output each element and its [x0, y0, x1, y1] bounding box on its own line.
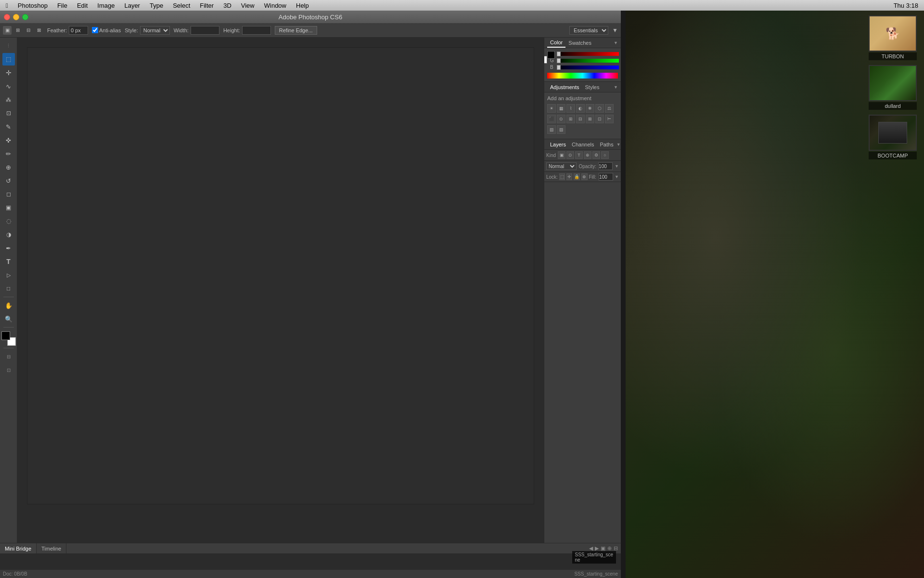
invert-adj[interactable]: ⊠: [586, 115, 594, 123]
spot-heal-tool[interactable]: ✜: [2, 134, 15, 146]
marquee-tool[interactable]: ⬚: [2, 53, 15, 66]
fg-color-swatch[interactable]: [547, 51, 555, 59]
path-selection-tool[interactable]: ▷: [2, 269, 15, 281]
lock-move-btn[interactable]: ✛: [566, 173, 572, 180]
lock-pixels-btn[interactable]: ⬚: [559, 173, 565, 180]
menu-image[interactable]: Image: [95, 2, 116, 9]
filter-btn-5[interactable]: ⚙: [592, 151, 600, 159]
color-panel-collapse[interactable]: ▼: [614, 40, 618, 45]
photo-filter-adj[interactable]: ⊙: [557, 115, 565, 123]
red-slider[interactable]: [557, 52, 619, 56]
channels-tab[interactable]: Channels: [569, 139, 597, 149]
tool-nav-top[interactable]: ⋮: [2, 39, 15, 52]
blur-tool[interactable]: ◌: [2, 215, 15, 227]
apple-menu[interactable]: : [4, 2, 10, 9]
clone-stamp-tool[interactable]: ⊕: [2, 161, 15, 173]
bottom-ctrl-3[interactable]: ▣: [601, 545, 605, 552]
pen-tool[interactable]: ✒: [2, 242, 15, 254]
fill-dropdown[interactable]: ▼: [615, 174, 619, 179]
add-selection-btn[interactable]: ⊞: [13, 26, 22, 35]
dodge-tool[interactable]: ◑: [2, 228, 15, 241]
hsl-adj[interactable]: ⬡: [595, 104, 604, 113]
anti-alias-label[interactable]: Anti-alias: [92, 27, 121, 33]
eyedropper-tool[interactable]: ✎: [2, 120, 15, 133]
subtract-selection-btn[interactable]: ⊟: [24, 26, 33, 35]
hand-tool[interactable]: ✋: [2, 299, 15, 312]
height-input[interactable]: [242, 26, 271, 35]
menu-edit[interactable]: Edit: [75, 2, 90, 9]
style-select[interactable]: Normal: [140, 26, 170, 35]
bottom-ctrl-5[interactable]: ⊟: [614, 545, 618, 552]
quick-mask-btn[interactable]: ⊟: [2, 350, 15, 363]
move-tool[interactable]: ✛: [2, 66, 15, 79]
vibrance-adj[interactable]: ❋: [586, 104, 594, 113]
brush-tool[interactable]: ✏: [2, 147, 15, 160]
green-slider[interactable]: [557, 59, 619, 63]
menu-type[interactable]: Type: [148, 2, 165, 9]
opacity-dropdown[interactable]: ▼: [615, 164, 619, 169]
maximize-button[interactable]: [22, 14, 28, 20]
blue-slider[interactable]: [557, 66, 619, 69]
paths-tab[interactable]: Paths: [597, 139, 616, 149]
posterize-adj[interactable]: ⊡: [595, 115, 604, 123]
thumb-dullard[interactable]: dullard: [869, 65, 917, 110]
screen-mode-btn[interactable]: ⊡: [2, 364, 15, 376]
bg-color-swatch[interactable]: [544, 56, 547, 64]
filter-btn-4[interactable]: ⊕: [584, 151, 591, 159]
adj-panel-collapse[interactable]: ▼: [614, 85, 618, 90]
color-tab[interactable]: Color: [547, 38, 565, 48]
layers-collapse[interactable]: ▼: [616, 142, 621, 147]
selective-color-adj[interactable]: ▨: [557, 125, 565, 134]
menu-file[interactable]: File: [55, 2, 69, 9]
menu-help[interactable]: Help: [294, 2, 311, 9]
menu-select[interactable]: Select: [171, 2, 192, 9]
zoom-tool[interactable]: 🔍: [2, 313, 15, 325]
styles-tab[interactable]: Styles: [582, 84, 603, 90]
foreground-color[interactable]: [1, 331, 10, 340]
lock-artboard-btn[interactable]: ⊕: [581, 173, 587, 180]
menu-window[interactable]: Window: [262, 2, 288, 9]
essentials-select[interactable]: Essentials: [569, 26, 608, 35]
filter-btn-2[interactable]: ⊙: [566, 151, 574, 159]
menu-3d[interactable]: 3D: [221, 2, 233, 9]
color-wells[interactable]: [1, 331, 16, 346]
curves-adj[interactable]: ⌇: [566, 104, 575, 113]
text-tool[interactable]: T: [2, 255, 15, 268]
layers-list[interactable]: [544, 182, 621, 543]
lasso-tool[interactable]: ∿: [2, 80, 15, 92]
canvas-area[interactable]: [17, 38, 544, 543]
adjustments-tab[interactable]: Adjustments: [547, 84, 582, 90]
minimize-button[interactable]: [13, 14, 19, 20]
mini-bridge-tab[interactable]: Mini Bridge: [0, 543, 37, 553]
levels-adj[interactable]: ▦: [557, 104, 565, 113]
gradient-tool[interactable]: ▣: [2, 201, 15, 214]
bottom-ctrl-1[interactable]: ◀: [589, 545, 593, 552]
threshold-adj[interactable]: ⊢: [605, 115, 614, 123]
layers-tab[interactable]: Layers: [547, 139, 569, 149]
filter-btn-1[interactable]: ▣: [558, 151, 565, 159]
filter-toggle[interactable]: ○: [601, 151, 609, 159]
shape-tool[interactable]: □: [2, 282, 15, 295]
fill-input[interactable]: [599, 173, 613, 181]
magic-wand-tool[interactable]: ⁂: [2, 93, 15, 106]
blend-mode-select[interactable]: Normal: [546, 162, 577, 170]
bottom-ctrl-4[interactable]: ⊕: [607, 545, 612, 552]
crop-tool[interactable]: ⊡: [2, 107, 15, 119]
thumb-turbon[interactable]: 🐕 TURBON: [869, 15, 917, 60]
close-button[interactable]: [4, 14, 10, 20]
filter-btn-3[interactable]: T: [575, 151, 583, 159]
menu-view[interactable]: View: [239, 2, 257, 9]
timeline-tab[interactable]: Timeline: [37, 543, 66, 553]
bw-adj[interactable]: ⬛: [547, 115, 556, 123]
anti-alias-checkbox[interactable]: [92, 27, 98, 33]
menu-layer[interactable]: Layer: [122, 2, 142, 9]
color-lookup-adj[interactable]: ⊟: [576, 115, 585, 123]
feather-input[interactable]: [69, 26, 88, 35]
width-input[interactable]: [191, 26, 219, 35]
expand-icon[interactable]: ▼: [612, 27, 618, 34]
canvas[interactable]: [27, 47, 534, 504]
channel-mix-adj[interactable]: ⊞: [566, 115, 575, 123]
intersect-selection-btn[interactable]: ⊠: [35, 26, 43, 35]
new-selection-btn[interactable]: ▣: [3, 26, 12, 35]
menu-filter[interactable]: Filter: [198, 2, 216, 9]
